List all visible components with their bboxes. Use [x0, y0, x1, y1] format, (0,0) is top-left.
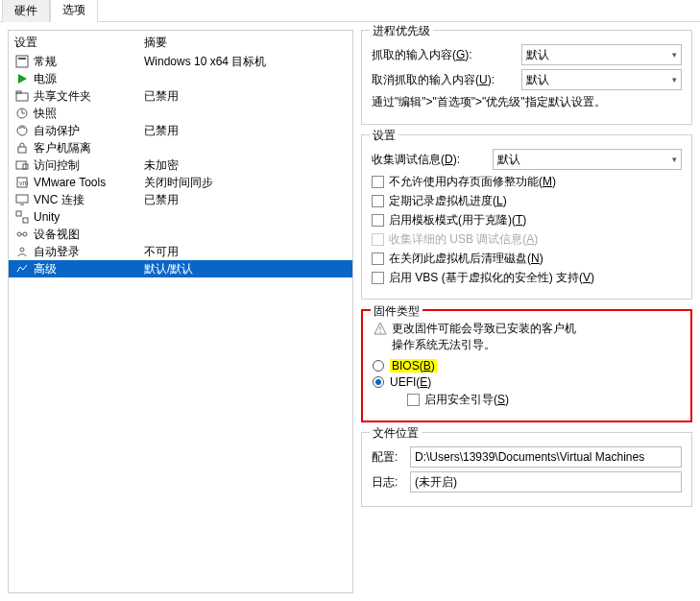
grab-label: 抓取的输入内容(G): [372, 47, 516, 63]
list-item-summary: 默认/默认 [144, 261, 347, 277]
chk-secure-boot[interactable] [407, 394, 420, 406]
svg-point-18 [17, 232, 21, 236]
autologin-icon [14, 244, 30, 259]
chevron-down-icon: ▾ [672, 155, 677, 164]
list-item-label: Unity [34, 210, 144, 224]
chk-log-progress[interactable] [372, 195, 384, 207]
list-item-general[interactable]: 常规 Windows 10 x64 目标机 [9, 53, 352, 70]
list-item-label: 电源 [34, 71, 144, 87]
list-item-vmware-tools[interactable]: vm VMware Tools 关闭时间同步 [9, 174, 352, 191]
tab-options[interactable]: 选项 [50, 0, 98, 22]
svg-rect-3 [16, 93, 28, 101]
grab-select[interactable]: 默认 ▾ [521, 44, 682, 65]
list-item-summary: Windows 10 x64 目标机 [144, 54, 347, 70]
chk-template-mode-label: 启用模板模式(用于克隆)(T) [389, 212, 526, 228]
list-item-device-view[interactable]: 设备视图 [9, 226, 352, 243]
log-path-field[interactable]: (未开启) [410, 471, 682, 493]
svg-marker-2 [18, 74, 27, 84]
ungrab-select-value: 默认 [526, 72, 549, 88]
svg-text:vm: vm [19, 180, 29, 186]
chevron-down-icon: ▾ [672, 75, 677, 84]
vnc-icon [14, 192, 30, 207]
list-header: 设置 摘要 [9, 31, 352, 53]
vmware-tools-icon: vm [14, 175, 30, 190]
list-item-label: 共享文件夹 [34, 88, 144, 105]
svg-rect-4 [16, 91, 21, 93]
settings-list-panel: 设置 摘要 常规 Windows 10 x64 目标机 电源 [8, 30, 353, 593]
list-item-label: 自动保护 [34, 123, 144, 139]
chk-usb-debug-label: 收集详细的 USB 调试信息(A) [389, 231, 538, 248]
collect-select[interactable]: 默认 ▾ [493, 149, 682, 170]
log-label: 日志: [372, 474, 404, 491]
config-path-field[interactable]: D:\Users\13939\Documents\Virtual Machine… [410, 446, 682, 468]
lock-icon [14, 140, 30, 156]
list-item-guest-isolation[interactable]: 客户机隔离 [9, 139, 352, 156]
chk-cleanup-disk[interactable] [372, 252, 384, 265]
list-item-label: VMware Tools [34, 176, 144, 189]
list-item-advanced[interactable]: 高级 默认/默认 [9, 260, 352, 277]
svg-rect-14 [16, 195, 28, 203]
priority-hint: 通过"编辑">"首选项">"优先级"指定默认设置。 [372, 94, 682, 110]
chk-cleanup-disk-label: 在关闭此虚拟机后清理磁盘(N) [389, 251, 543, 267]
tabs: 硬件 选项 [0, 0, 700, 22]
power-icon [14, 71, 30, 86]
priority-group: 进程优先级 抓取的输入内容(G): 默认 ▾ 取消抓取的输入内容(U): [361, 30, 692, 125]
list-item-label: 自动登录 [34, 244, 144, 260]
list-item-vnc[interactable]: VNC 连接 已禁用 [9, 191, 352, 208]
list-item-autoprotect[interactable]: 自动保护 已禁用 [9, 122, 352, 139]
svg-rect-16 [16, 211, 21, 216]
unity-icon [14, 209, 30, 225]
priority-group-title: 进程优先级 [370, 23, 433, 39]
chk-enable-vbs[interactable] [372, 272, 384, 284]
chevron-down-icon: ▾ [672, 50, 677, 60]
list-item-access-control[interactable]: 访问控制 未加密 [9, 156, 352, 174]
list-item-power[interactable]: 电源 [9, 70, 352, 87]
general-icon [14, 54, 30, 69]
radio-bios[interactable] [373, 360, 384, 372]
config-label: 配置: [372, 449, 404, 466]
details-panel: 进程优先级 抓取的输入内容(G): 默认 ▾ 取消抓取的输入内容(U): [361, 30, 692, 593]
log-path-value: (未开启) [415, 474, 457, 491]
list-item-autologin[interactable]: 自动登录 不可用 [9, 243, 352, 260]
settings-group: 设置 收集调试信息(D): 默认 ▾ 不允许使用 [361, 134, 692, 300]
shared-folders-icon [14, 88, 30, 104]
access-control-icon [14, 157, 30, 173]
firmware-warning: 更改固件可能会导致已安装的客户机 操作系统无法引导。 [392, 321, 576, 353]
list-item-summary: 未加密 [144, 157, 347, 174]
list-item-label: 客户机隔离 [34, 140, 144, 156]
radio-uefi[interactable] [373, 376, 384, 388]
settings-group-title: 设置 [370, 128, 398, 144]
list-item-unity[interactable]: Unity [9, 208, 352, 226]
firmware-group-title: 固件类型 [371, 303, 422, 320]
chk-memtrim[interactable] [372, 176, 384, 188]
chk-enable-vbs-label: 启用 VBS (基于虚拟化的安全性) 支持(V) [389, 270, 594, 286]
list-item-label: 高级 [34, 261, 144, 277]
advanced-icon [14, 261, 30, 276]
svg-rect-1 [18, 58, 26, 60]
filelocation-group-title: 文件位置 [370, 425, 422, 442]
collect-select-value: 默认 [497, 152, 520, 168]
chk-usb-debug [372, 233, 384, 246]
list-item-summary: 已禁用 [144, 123, 347, 139]
header-setting: 设置 [14, 35, 144, 51]
chk-template-mode[interactable] [372, 214, 384, 227]
list-item-snapshot[interactable]: 快照 [9, 105, 352, 122]
settings-list: 常规 Windows 10 x64 目标机 电源 共享文件夹 已禁用 [9, 53, 352, 592]
ungrab-label: 取消抓取的输入内容(U): [372, 72, 516, 88]
list-item-shared-folders[interactable]: 共享文件夹 已禁用 [9, 87, 352, 105]
list-item-label: 常规 [34, 54, 144, 70]
chk-memtrim-label: 不允许使用内存页面修整功能(M) [389, 174, 556, 190]
list-item-label: VNC 连接 [34, 192, 144, 208]
svg-rect-9 [18, 147, 26, 153]
svg-point-21 [20, 248, 24, 252]
chk-secure-boot-label: 启用安全引导(S) [424, 392, 509, 408]
filelocation-group: 文件位置 配置: D:\Users\13939\Documents\Virtua… [361, 432, 692, 507]
radio-uefi-label: UEFI(E) [390, 375, 431, 389]
list-item-summary: 关闭时间同步 [144, 175, 347, 191]
list-item-label: 访问控制 [34, 157, 144, 174]
tab-hardware[interactable]: 硬件 [2, 0, 50, 22]
ungrab-select[interactable]: 默认 ▾ [521, 69, 682, 90]
list-item-summary: 已禁用 [144, 192, 347, 208]
list-item-summary: 已禁用 [144, 88, 347, 105]
list-item-label: 快照 [34, 106, 144, 122]
